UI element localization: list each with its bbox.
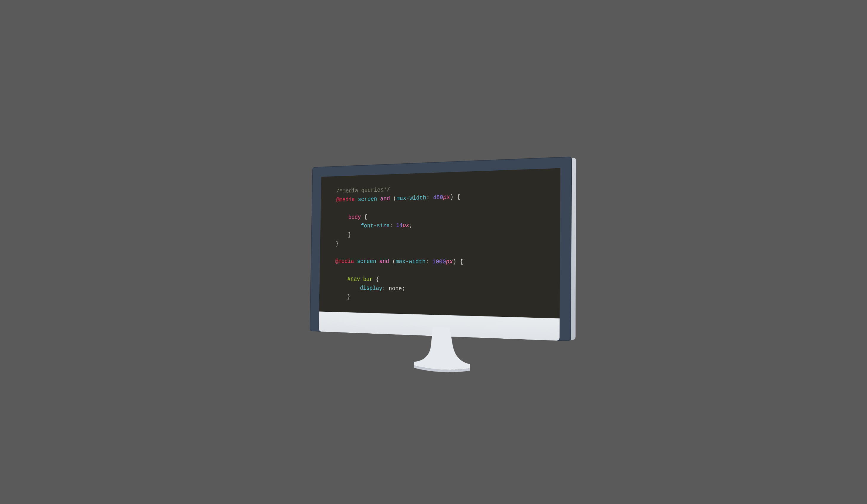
code-14: 14 [396, 222, 403, 229]
code-selector-navbar: #nav-bar [347, 276, 373, 282]
code-px: px [403, 222, 409, 229]
code-screen: screen [358, 196, 377, 203]
monitor-stand [398, 326, 485, 381]
code-px: px [443, 194, 450, 200]
code-semicolon: ; [409, 222, 413, 228]
code-selector-body: body [349, 213, 361, 220]
code-paren-close: ) [450, 194, 453, 200]
code-colon: : [382, 285, 385, 292]
code-480: 480 [433, 194, 443, 201]
code-1000: 1000 [432, 258, 446, 265]
code-paren-open: ( [393, 195, 396, 202]
code-prop-display: display [360, 285, 383, 292]
code-brace-open: { [457, 194, 460, 200]
code-paren-open: ( [392, 258, 396, 265]
code-brace-open: { [376, 276, 379, 283]
code-brace-close: } [347, 293, 351, 300]
code-brace-open: { [364, 213, 367, 220]
code-maxwidth: max-width [396, 194, 426, 202]
monitor-side-edge [571, 157, 576, 340]
code-brace-close: } [335, 240, 339, 247]
code-maxwidth: max-width [396, 258, 426, 265]
code-brace-open: { [460, 258, 463, 265]
code-comment: /*media queries*/ [336, 186, 390, 194]
code-screen: screen [357, 258, 376, 265]
code-brace-close: } [348, 231, 351, 238]
stand-icon [398, 326, 485, 381]
code-val-none: none [389, 285, 402, 292]
code-colon: : [426, 258, 429, 265]
scene: /*media queries*/ @media screen and (max… [256, 140, 611, 365]
code-and: and [379, 258, 389, 265]
code-colon: : [426, 194, 430, 201]
code-semicolon: ; [402, 285, 405, 292]
code-atrule: @media [336, 196, 355, 203]
code-colon: : [389, 222, 393, 229]
code-atrule: @media [335, 258, 354, 264]
code-prop-fontsize: font-size [361, 222, 390, 229]
code-paren-close: ) [453, 258, 456, 265]
code-editor-screen: /*media queries*/ @media screen and (max… [319, 168, 560, 318]
monitor-bezel: /*media queries*/ @media screen and (max… [310, 156, 572, 341]
code-px: px [446, 258, 453, 265]
monitor-illustration: /*media queries*/ @media screen and (max… [310, 156, 572, 341]
code-and: and [380, 195, 390, 202]
